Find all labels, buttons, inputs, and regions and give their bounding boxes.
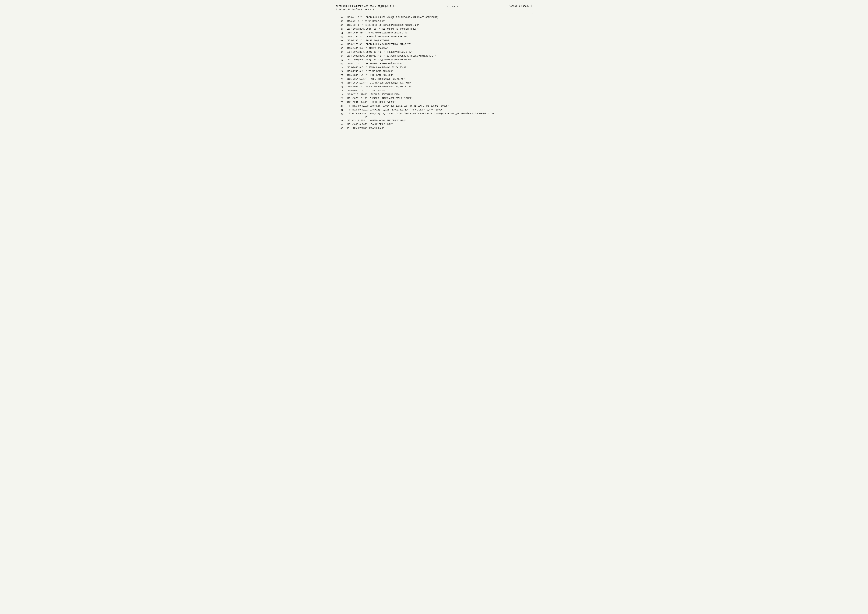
row-number: 59: [336, 23, 347, 27]
table-row: 58С154-42' 7' ' ТО ЖЕ НСПО2-200*: [336, 20, 532, 23]
table-row: 65С155-348' 9.4' ' СТЕКЛО ПЛАФОНА*: [336, 47, 532, 50]
row-number: 73: [336, 78, 347, 81]
row-content: С155-284' 1.1' ' ТО ЖЕ Б215-225-200*: [347, 74, 532, 77]
row-content: С155-303' 1.5' ' ТО ЖЕ Х24-25*: [347, 89, 532, 92]
subtitle: Г.2-IV-3.90 Альбом I2 Книга 2: [336, 8, 532, 11]
table-row: 79С151-1091' 1.59' ' ТО ЖЕ СЕЧ 3.2,5ММ2*: [336, 101, 532, 104]
row-number: 77: [336, 93, 347, 96]
row-number: 78: [336, 97, 347, 100]
table-row: 74С155-251' 10.5' ' СТАРТЕР ДЛЯ ЛЮМИНЕСЦ…: [336, 81, 532, 85]
row-content: 2405-1718' 1940' ' ПРОФИЛЬ МОНТАЖНЫЙ К10…: [347, 93, 532, 96]
row-content: С155-228' 2' ' ТО ЖЕ ВХОД СУП-МУ2*: [347, 39, 532, 42]
row-number: 79: [336, 101, 347, 104]
row-number: 66: [336, 51, 347, 54]
table-row: 71С155-274' 4.1' ' ТО ЖЕ Б215-225-100*: [336, 70, 532, 73]
page-number: - I00 -: [397, 5, 509, 8]
doc-number: 14890114 24383-11: [509, 5, 532, 8]
row-number: 72: [336, 74, 347, 77]
row-number: 63: [336, 39, 347, 42]
table-row: 76С155-303' 1.5' ' ТО ЖЕ Х24-25*: [336, 89, 532, 92]
row-number: 61: [336, 31, 347, 35]
table-row: 73С155-231' 10.5' ' ЛАМПЫ ЛЮМИНИСЦЕНТНЫЕ…: [336, 78, 532, 81]
table-row: 83С151-43' 0,005' ' КАБЕЛЬ МАРКИ ВРГ СЕЧ…: [336, 119, 532, 122]
table-row: 772405-1718' 1940' ' ПРОФИЛЬ МОНТАЖНЫЙ К…: [336, 93, 532, 96]
row-number: 83: [336, 119, 347, 122]
row-number: 65: [336, 47, 347, 50]
row-number: 71: [336, 70, 347, 73]
table-row: 681507-1021(Н9=1,082)' 5' ' УДЛИНИТЕЛЬ-Р…: [336, 58, 532, 62]
row-content: С155-309' 1' ' ЛАМПЫ НАКАЛИВАНИЯ М042-60…: [347, 85, 532, 89]
row-number: 84: [336, 123, 347, 126]
table-row: 84С151-103' 0,005' ' ТО ЖЕ СЕЧ 3.1ММ2*: [336, 123, 532, 126]
row-content: С155-264' 6.5' ' ЛАМПЫ НАКАЛИВАНИЯ Б215-…: [347, 66, 532, 69]
row-number: 81: [336, 108, 347, 112]
row-number: 67: [336, 54, 347, 58]
page-header: ПРОГРАММНЫЙ КОМПЛЕКС АВС-3ЕС ( РЕДАКЦИЯ …: [336, 5, 532, 8]
table-row: 69С155-17' 3' ' СВЕТИЛЬНИК ПЕРЕНОСНОЙ РВ…: [336, 62, 532, 65]
table-row: 80ТПР-НТ15-09 ТАБ.3-038(=13)' 0,03' 200.…: [336, 104, 532, 108]
table-row: 61С155-162' 35' ' ТО ЖЕ ЛЮМИНЕСЦЕНТНЫЙ Л…: [336, 31, 532, 35]
table-row: 62С155-226' 2' ' СВЕТОВОЙ УКАЗАТЕЛЬ ВЫХО…: [336, 35, 532, 39]
table-row: 59С155-52' 5' ' ТО ЖЕ НЧБН ВО ВЗРЫВОЗАЩИ…: [336, 23, 532, 27]
row-content: 1504-3073(Н9=1,082)(=13)' 2' ' ПРЕДОХРАН…: [347, 51, 532, 54]
row-content: С151-1091' 1.59' ' ТО ЖЕ СЕЧ 3.2,5ММ2*: [347, 101, 532, 104]
table-row: 70С155-264' 6.5' ' ЛАМПЫ НАКАЛИВАНИЯ Б21…: [336, 66, 532, 69]
table-row: 661504-3073(Н9=1,082)(=13)' 2' ' ПРЕДОХР…: [336, 51, 532, 54]
row-content: С155-52' 5' ' ТО ЖЕ НЧБН ВО ВЗРЫВОЗАЩИЩЕ…: [347, 23, 532, 27]
row-content: С154-42' 7' ' ТО ЖЕ НСПО2-200*: [347, 20, 532, 23]
table-row: 85К' ' ФРАНЦУЗОВА' КОМАРНИЦКАЯ*: [336, 127, 532, 130]
row-content: С155-41' 52' ' СВЕТИЛЬНИК НСПО2-100(В Т.…: [347, 16, 532, 19]
row-number: 64: [336, 43, 347, 46]
row-content: ТПР-НТ15-09 ТАБ.2-006(=13)' 0,1' 495.1,1…: [347, 112, 532, 118]
row-number: 57: [336, 16, 347, 19]
row-content: С155-348' 9.4' ' СТЕКЛО ПЛАФОНА*: [347, 47, 532, 50]
row-content: ТПР-НТ15-09 ТАБ.3-038(=13)' 0,195' 170.1…: [347, 108, 532, 112]
row-number: 69: [336, 62, 347, 65]
row-content: С155-127' 3' ' СВЕТИЛЬНИК АККУМУЛЯТОРНЫЙ…: [347, 43, 532, 46]
row-number: 76: [336, 89, 347, 92]
table-row: 78С151-1075' 0.165' ' КАБЕЛЬ МАРКИ АВВГ …: [336, 97, 532, 100]
row-number: 85: [336, 127, 347, 130]
row-number: 75: [336, 85, 347, 89]
program-label: ПРОГРАММНЫЙ КОМПЛЕКС АВС-3ЕС ( РЕДАКЦИЯ …: [336, 5, 397, 8]
table-row: 63С155-228' 2' ' ТО ЖЕ ВХОД СУП-МУ2*: [336, 39, 532, 42]
row-content: ТПР-НТ15-09 ТАБ.3-038(=13)' 0,03' 200.1,…: [347, 104, 532, 108]
row-content: С155-231' 10.5' ' ЛАМПЫ ЛЮМИНИСЦЕНТНЫЕ Л…: [347, 78, 532, 81]
row-content: 1507-1057(Н9=1,082)' 26' ' СВЕТИЛЬНИК ПО…: [347, 28, 532, 31]
row-content: С155-226' 2' ' СВЕТОВОЙ УКАЗАТЕЛЬ ВЫХОД …: [347, 35, 532, 38]
content-table: 57С155-41' 52' ' СВЕТИЛЬНИК НСПО2-100(В …: [336, 16, 532, 130]
table-row: 601507-1057(Н9=1,082)' 26' ' СВЕТИЛЬНИК …: [336, 28, 532, 31]
table-row: 82ТПР-НТ15-09 ТАБ.2-006(=13)' 0,1' 495.1…: [336, 112, 532, 118]
table-row: 64С155-127' 3' ' СВЕТИЛЬНИК АККУМУЛЯТОРН…: [336, 43, 532, 46]
row-content: 1507-1021(Н9=1,082)' 5' ' УДЛИНИТЕЛЬ-РАЗ…: [347, 58, 532, 61]
row-number: 74: [336, 81, 347, 85]
row-content: К' ' ФРАНЦУЗОВА' КОМАРНИЦКАЯ*: [347, 127, 532, 130]
row-content: С151-1075' 0.165' ' КАБЕЛЬ МАРКИ АВВГ СЕ…: [347, 97, 532, 100]
row-content: С155-274' 4.1' ' ТО ЖЕ Б215-225-100*: [347, 70, 532, 73]
row-content: С151-103' 0,005' ' ТО ЖЕ СЕЧ 3.1ММ2*: [347, 123, 532, 126]
row-number: 70: [336, 66, 347, 69]
row-number: 80: [336, 104, 347, 108]
row-content: С155-17' 3' ' СВЕТИЛЬНИК ПЕРЕНОСНОЙ РВО-…: [347, 62, 532, 65]
row-number: 58: [336, 20, 347, 23]
row-content: С155-162' 35' ' ТО ЖЕ ЛЮМИНЕСЦЕНТНЫЙ ЛПО…: [347, 31, 532, 34]
table-row: 57С155-41' 52' ' СВЕТИЛЬНИК НСПО2-100(В …: [336, 16, 532, 19]
row-content: С151-43' 0,005' ' КАБЕЛЬ МАРКИ ВРГ СЕЧ 2…: [347, 119, 532, 122]
row-number: 68: [336, 58, 347, 62]
row-number: 82: [336, 112, 347, 115]
table-row: 81ТПР-НТ15-09 ТАБ.3-038(=13)' 0,195' 170…: [336, 108, 532, 112]
table-row: 671504-3083(Н9=1,082)(=13)' 2' ' ВСТАВКИ…: [336, 54, 532, 58]
table-row: 72С155-284' 1.1' ' ТО ЖЕ Б215-225-200*: [336, 74, 532, 77]
row-content: С155-251' 10.5' ' СТАРТЕР ДЛЯ ЛЮМИНЕСЦЕН…: [347, 81, 532, 85]
table-row: 75С155-309' 1' ' ЛАМПЫ НАКАЛИВАНИЯ М042-…: [336, 85, 532, 89]
row-number: 60: [336, 28, 347, 31]
row-content: 1504-3083(Н9=1,082)(=13)' 2' ' ВСТАВКИ П…: [347, 54, 532, 58]
header-divider: [336, 14, 532, 14]
row-number: 62: [336, 35, 347, 39]
